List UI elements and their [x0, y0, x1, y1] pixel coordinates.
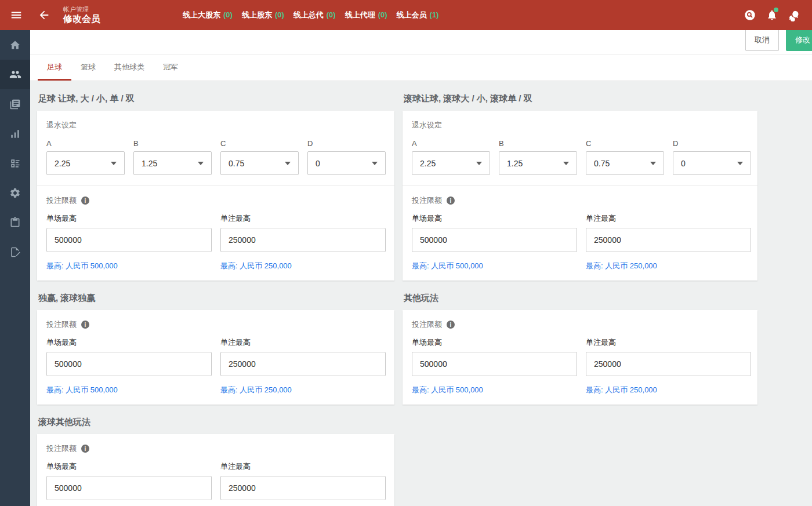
sidebar [0, 30, 30, 506]
rebate-option-a: A2.25 [46, 139, 125, 175]
chevron-down-icon [111, 162, 117, 165]
sidebar-item-notes[interactable] [0, 237, 30, 267]
nav-link-1[interactable]: 线上股东(0) [242, 10, 284, 20]
notifications-icon[interactable] [761, 4, 783, 26]
select-value: 0.75 [229, 159, 244, 168]
section-card: 投注限额i单场最高最高: 人民币 500,000单注最高最高: 人民币 250,… [403, 310, 757, 405]
notification-badge [774, 8, 778, 12]
nav-link-count: (0) [327, 10, 336, 19]
info-icon[interactable]: i [81, 445, 89, 453]
section-football-handicap-ou-oe: 足球 让球, 大 / 小, 单 / 双退水设定A2.25B1.25C0.75D0… [37, 89, 394, 281]
rebate-select-d[interactable]: 0 [307, 151, 386, 175]
rebate-select-a[interactable]: 2.25 [412, 151, 490, 175]
max-per-match-input[interactable] [46, 228, 212, 252]
section-live-handicap-ou-oe: 滚球让球, 滚球大 / 小, 滚球单 / 双退水设定A2.25B1.25C0.7… [403, 89, 757, 281]
notes-icon [9, 246, 21, 258]
rebate-option-name: D [307, 139, 386, 148]
max-per-bet-input[interactable] [586, 352, 751, 376]
cancel-button[interactable]: 取消 [745, 29, 779, 51]
nav-link-2[interactable]: 线上总代(0) [293, 10, 336, 20]
rebate-selects-row: A2.25B1.25C0.75D0 [46, 139, 385, 175]
bet-limits-block: 投注限额i单场最高最高: 人民币 500,000单注最高最高: 人民币 250,… [46, 195, 385, 271]
max-per-bet-input[interactable] [220, 352, 386, 376]
chevron-down-icon [737, 162, 743, 165]
sidebar-item-documents[interactable] [0, 89, 30, 119]
rebate-option-c: C0.75 [586, 139, 664, 175]
sport-tab-champion[interactable]: 冠军 [154, 54, 187, 81]
bet-limits-label: 投注限额 [46, 319, 77, 330]
info-icon[interactable]: i [447, 321, 455, 329]
content-area: 足球 让球, 大 / 小, 单 / 双退水设定A2.25B1.25C0.75D0… [30, 81, 812, 506]
max-per-match-input[interactable] [412, 228, 577, 252]
title-block: 帐户管理 修改会员 [63, 5, 100, 25]
max-per-bet-input[interactable] [220, 476, 386, 500]
nav-link-0[interactable]: 线上大股东(0) [183, 10, 233, 20]
limit-field-label: 单注最高 [220, 213, 386, 224]
rebate-select-b[interactable]: 1.25 [133, 151, 212, 175]
menu-icon[interactable] [9, 9, 24, 21]
rebate-select-b[interactable]: 1.25 [499, 151, 577, 175]
limit-fields-row: 单场最高最高: 人民币 500,000单注最高最高: 人民币 250,000 [46, 337, 385, 395]
rebate-settings-label: 退水设定 [412, 120, 748, 130]
limit-hint: 最高: 人民币 250,000 [586, 261, 751, 271]
section-card: 退水设定A2.25B1.25C0.75D0投注限额i单场最高最高: 人民币 50… [403, 111, 757, 281]
search-icon[interactable] [739, 4, 761, 26]
main-content: 用户详细设定退水和限额 取消 修改 足球篮球其他球类冠军 足球 让球, 大 / … [30, 0, 812, 506]
nav-link-4[interactable]: 线上会员(1) [397, 10, 439, 20]
chat-icon[interactable] [783, 4, 805, 26]
rebate-option-name: B [133, 139, 212, 148]
chevron-down-icon [476, 162, 482, 165]
sidebar-item-home[interactable] [0, 30, 30, 60]
section-title: 独赢, 滚球独赢 [38, 293, 394, 304]
home-icon [9, 39, 21, 51]
users-icon [9, 68, 21, 81]
limit-field-label: 单场最高 [46, 213, 212, 224]
select-value: 0 [681, 159, 686, 168]
chevron-down-icon [372, 162, 378, 165]
max-per-match-input[interactable] [46, 476, 212, 500]
back-arrow-icon[interactable] [37, 9, 52, 21]
rebate-select-c[interactable]: 0.75 [586, 151, 664, 175]
limit-fields-row: 单场最高最高: 人民币 500,000单注最高最高: 人民币 250,000 [412, 213, 748, 271]
limit-hint: 最高: 人民币 500,000 [412, 385, 577, 395]
sidebar-item-list[interactable] [0, 148, 30, 178]
limit-field-max-per-match: 单场最高最高: 人民币 500,000 [412, 337, 577, 395]
bet-limits-block: 投注限额i单场最高最高: 人民币 500,000单注最高最高: 人民币 250,… [412, 195, 748, 271]
info-icon[interactable]: i [81, 196, 89, 205]
chevron-down-icon [198, 162, 204, 165]
sport-tab-basketball[interactable]: 篮球 [71, 54, 105, 81]
max-per-bet-input[interactable] [220, 228, 386, 252]
sport-tab-football[interactable]: 足球 [38, 54, 71, 81]
rebate-option-a: A2.25 [412, 139, 490, 175]
rebate-option-name: C [586, 139, 664, 148]
rebate-select-c[interactable]: 0.75 [220, 151, 299, 175]
rebate-select-a[interactable]: 2.25 [46, 151, 125, 175]
nav-link-label: 线上股东 [242, 10, 272, 19]
select-value: 2.25 [55, 159, 70, 168]
nav-link-3[interactable]: 线上代理(0) [345, 10, 387, 20]
section-moneyline-live-moneyline: 独赢, 滚球独赢投注限额i单场最高最高: 人民币 500,000单注最高最高: … [37, 288, 394, 405]
submit-button[interactable]: 修改 [786, 29, 812, 51]
rebate-option-c: C0.75 [220, 139, 299, 175]
sidebar-item-clipboard[interactable] [0, 208, 30, 237]
max-per-match-input[interactable] [46, 352, 212, 376]
rebate-select-d[interactable]: 0 [673, 151, 751, 175]
bet-limits-label-row: 投注限额i [46, 319, 385, 330]
max-per-bet-input[interactable] [586, 228, 751, 252]
sport-tab-other-sports[interactable]: 其他球类 [105, 54, 154, 81]
max-per-match-input[interactable] [412, 352, 577, 376]
sidebar-item-users[interactable] [0, 60, 30, 89]
bet-limits-label: 投注限额 [46, 443, 77, 454]
chevron-down-icon [650, 162, 656, 165]
bet-limits-label-row: 投注限额i [46, 443, 385, 454]
limit-field-label: 单场最高 [46, 337, 212, 348]
card-divider [403, 185, 757, 185]
card-divider [37, 185, 394, 185]
info-icon[interactable]: i [81, 321, 89, 329]
info-icon[interactable]: i [447, 196, 455, 205]
section-title: 足球 让球, 大 / 小, 单 / 双 [38, 93, 394, 104]
nav-link-label: 线上代理 [345, 10, 375, 19]
sidebar-item-chart[interactable] [0, 119, 30, 148]
bet-limits-block: 投注限额i单场最高最高: 人民币 500,000单注最高最高: 人民币 250,… [46, 319, 385, 395]
sidebar-item-settings[interactable] [0, 178, 30, 208]
